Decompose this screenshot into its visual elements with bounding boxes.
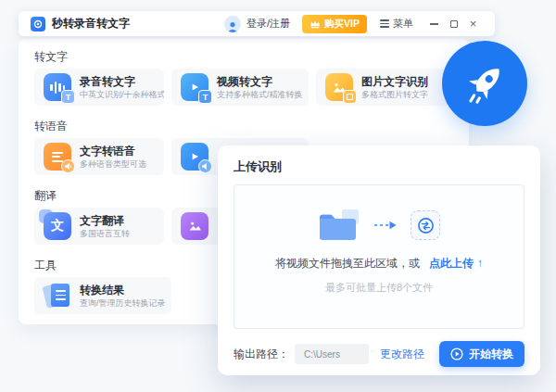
card-subtitle: 查询/管理历史转换记录 (80, 298, 166, 309)
video-to-text-icon: T (181, 73, 208, 101)
dashed-arrow-icon (373, 220, 398, 231)
upload-dialog: 上传识别 (218, 145, 540, 375)
close-button[interactable]: × (463, 18, 483, 31)
folder-icon (318, 209, 360, 243)
rocket-float-button[interactable] (442, 41, 527, 126)
start-convert-button[interactable]: 开始转换 (439, 341, 524, 367)
hamburger-icon (380, 19, 389, 27)
card-subtitle: 多种语音类型可选 (80, 159, 146, 170)
card-subtitle: 多格式图片转文字 (361, 90, 428, 100)
card-title: 文字翻译 (80, 214, 130, 227)
audio-to-text-icon: T (44, 73, 71, 101)
video-to-speech-icon (181, 143, 208, 171)
image-ocr-icon (325, 73, 353, 101)
rocket-icon (461, 60, 508, 107)
drag-hint-text: 将视频文件拖拽至此区域，或 (275, 257, 420, 270)
feature-card-conversion-results[interactable]: 转换结果 查询/管理历史转换记录 (34, 277, 171, 314)
card-subtitle: 中英文识别/十余种格式 (80, 90, 164, 100)
upload-dropzone[interactable]: 将视频文件拖拽至此区域，或点此上传↑ 最多可批量上传8个文件 (234, 184, 524, 329)
click-upload-link[interactable]: 点此上传 (429, 257, 474, 270)
convert-icon (411, 210, 440, 240)
batch-limit-text: 最多可批量上传8个文件 (234, 281, 524, 295)
buy-vip-label: 购买VIP (324, 18, 360, 31)
text-to-speech-icon (44, 143, 71, 171)
title-bar: 秒转录音转文字 登录/注册 购买VIP 菜单 × (19, 11, 495, 36)
output-path-label: 输出路径： (234, 347, 289, 362)
minimize-button[interactable] (424, 18, 444, 31)
menu-label: 菜单 (393, 17, 413, 31)
to-text-card-row: T 录音转文字 中英文识别/十余种格式 T 视频转文字 支持多种格式/精准转换 (34, 69, 469, 106)
section-label-to-text: 转文字 (34, 50, 469, 64)
image-translate-icon (181, 212, 208, 240)
user-avatar-icon[interactable] (224, 16, 241, 32)
card-subtitle: 多国语言互转 (80, 229, 130, 239)
feature-card-text-to-speech[interactable]: 文字转语音 多种语音类型可选 (34, 138, 164, 175)
app-title: 秒转录音转文字 (52, 16, 130, 32)
feature-card-audio-to-text[interactable]: T 录音转文字 中英文识别/十余种格式 (34, 69, 164, 106)
maximize-icon (450, 20, 458, 28)
crown-icon (310, 19, 321, 29)
feature-card-text-translate[interactable]: 文 文字翻译 多国语言互转 (34, 208, 164, 245)
dialog-title: 上传识别 (234, 158, 524, 175)
maximize-button[interactable] (444, 18, 463, 31)
card-title: 转换结果 (80, 284, 166, 297)
card-title: 视频转文字 (217, 75, 303, 88)
app-window: 秒转录音转文字 登录/注册 购买VIP 菜单 × 转文字 (0, 0, 556, 392)
card-title: 文字转语音 (80, 145, 146, 158)
feature-card-image-ocr[interactable]: 图片文字识别 多格式图片转文字 (316, 69, 453, 106)
dialog-footer: 输出路径： C:\Users 更改路径 开始转换 (234, 341, 524, 367)
play-circle-icon (450, 348, 463, 360)
buy-vip-button[interactable]: 购买VIP (302, 15, 367, 33)
card-title: 图片文字识别 (361, 75, 428, 88)
text-translate-icon: 文 (44, 212, 71, 240)
menu-button[interactable]: 菜单 (380, 17, 413, 31)
feature-card-video-to-text[interactable]: T 视频转文字 支持多种格式/精准转换 (171, 69, 309, 106)
conversion-results-icon (44, 282, 71, 310)
login-register-link[interactable]: 登录/注册 (246, 17, 290, 31)
change-path-link[interactable]: 更改路径 (380, 347, 424, 362)
card-title: 录音转文字 (80, 75, 164, 88)
card-subtitle: 支持多种格式/精准转换 (217, 90, 303, 100)
upload-arrow-icon: ↑ (477, 257, 483, 270)
window-controls: × (424, 18, 483, 31)
section-label-to-speech: 转语音 (34, 120, 469, 133)
minimize-icon (430, 23, 438, 24)
start-convert-label: 开始转换 (469, 347, 513, 362)
app-logo-icon (31, 17, 45, 32)
output-path-field[interactable]: C:\Users (295, 344, 369, 364)
